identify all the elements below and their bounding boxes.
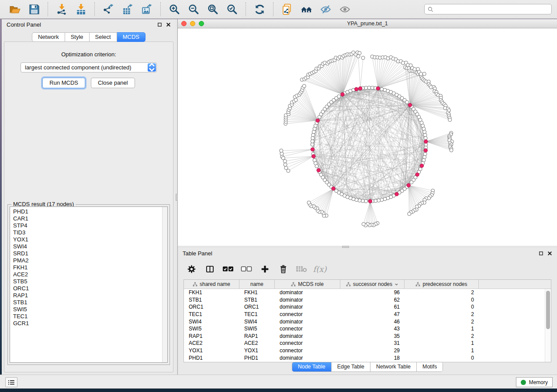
function-builder-button[interactable]: f(x) bbox=[313, 263, 326, 275]
table-cell[interactable]: connector bbox=[275, 340, 340, 346]
zoom-fit-button[interactable] bbox=[206, 3, 219, 16]
fan-node[interactable] bbox=[283, 159, 287, 163]
ring-node[interactable] bbox=[311, 136, 315, 140]
import-table-button[interactable] bbox=[74, 3, 87, 16]
mcds-result-item[interactable]: SWI5 bbox=[13, 306, 159, 313]
ring-node[interactable] bbox=[405, 100, 409, 104]
run-mcds-button[interactable]: Run MCDS bbox=[42, 78, 85, 88]
hub-node[interactable] bbox=[311, 148, 314, 151]
mcds-result-item[interactable]: SRD1 bbox=[13, 250, 159, 257]
hub-node[interactable] bbox=[359, 86, 362, 90]
search-input[interactable] bbox=[436, 6, 548, 12]
save-session-button[interactable] bbox=[28, 3, 41, 16]
ring-node[interactable] bbox=[367, 86, 371, 89]
float-panel-icon[interactable] bbox=[539, 251, 543, 256]
panel-menu-button[interactable] bbox=[5, 377, 17, 387]
fan-node[interactable] bbox=[362, 222, 365, 226]
fan-node[interactable] bbox=[281, 156, 285, 160]
table-cell[interactable]: STB1 bbox=[184, 297, 239, 303]
table-cell[interactable]: 1 bbox=[405, 326, 479, 332]
tab-select[interactable]: Select bbox=[90, 32, 117, 42]
hide-selected-button[interactable] bbox=[319, 3, 332, 16]
criterion-select[interactable]: largest connected component (undirected) bbox=[21, 62, 157, 72]
mcds-result-item[interactable]: TID3 bbox=[13, 229, 159, 236]
mcds-result-item[interactable]: ORC1 bbox=[13, 285, 159, 292]
tab-network-table[interactable]: Network Table bbox=[370, 362, 417, 371]
export-image-button[interactable] bbox=[140, 3, 153, 16]
column-header-predecessor-nodes[interactable]: predecessor nodes bbox=[405, 280, 479, 289]
hub-node[interactable] bbox=[341, 93, 344, 96]
table-cell[interactable]: FKH1 bbox=[184, 289, 239, 296]
fan-node[interactable] bbox=[302, 84, 306, 88]
window-minimize-button[interactable] bbox=[190, 21, 195, 26]
tab-node-table[interactable]: Node Table bbox=[292, 362, 332, 371]
table-cell[interactable]: dominator bbox=[275, 289, 340, 296]
table-cell[interactable]: 96 bbox=[340, 289, 405, 296]
window-maximize-button[interactable] bbox=[199, 21, 204, 26]
table-row[interactable]: FKH1FKH1dominator962 bbox=[184, 289, 551, 296]
fan-node[interactable] bbox=[448, 118, 452, 122]
table-cell[interactable]: 2 bbox=[405, 333, 479, 339]
hub-node[interactable] bbox=[312, 155, 315, 158]
table-cell[interactable]: dominator bbox=[275, 355, 340, 361]
table-row[interactable]: SWI4SWI4dominator462 bbox=[184, 318, 551, 325]
hub-node[interactable] bbox=[408, 103, 412, 107]
close-panel-icon[interactable] bbox=[166, 22, 171, 27]
column-header-name[interactable]: name bbox=[239, 280, 275, 289]
fan-node[interactable] bbox=[419, 72, 423, 76]
table-cell[interactable]: connector bbox=[275, 326, 340, 332]
table-row[interactable]: YOX1YOX1connector291 bbox=[184, 347, 551, 354]
show-all-columns-button[interactable] bbox=[221, 263, 235, 275]
mcds-result-item[interactable]: TEC1 bbox=[13, 313, 159, 320]
table-cell[interactable]: 1 bbox=[405, 340, 479, 346]
delete-table-button[interactable] bbox=[295, 263, 308, 275]
table-cell[interactable]: connector bbox=[275, 311, 340, 317]
mcds-result-item[interactable]: STB1 bbox=[13, 299, 159, 306]
fan-node[interactable] bbox=[422, 72, 426, 76]
mcds-result-item[interactable]: RAP1 bbox=[13, 292, 159, 299]
table-cell[interactable]: TEC1 bbox=[184, 311, 239, 317]
hub-node[interactable] bbox=[415, 173, 419, 176]
ring-node[interactable] bbox=[370, 86, 374, 89]
column-header-shared-name[interactable]: shared name bbox=[184, 280, 239, 289]
split-table-panel-button[interactable] bbox=[203, 263, 216, 275]
fan-node[interactable] bbox=[284, 166, 288, 170]
mcds-result-item[interactable]: PHD1 bbox=[13, 208, 159, 215]
table-cell[interactable]: ACE2 bbox=[184, 340, 239, 346]
add-column-button[interactable] bbox=[258, 263, 271, 275]
hub-node[interactable] bbox=[424, 140, 428, 143]
table-cell[interactable]: PHD1 bbox=[239, 355, 275, 361]
export-table-button[interactable] bbox=[121, 3, 134, 16]
ring-node[interactable] bbox=[364, 199, 368, 203]
table-cell[interactable]: 18 bbox=[340, 355, 405, 361]
hub-node[interactable] bbox=[317, 168, 320, 172]
table-cell[interactable]: 0 bbox=[405, 297, 479, 303]
table-cell[interactable]: RAP1 bbox=[239, 333, 275, 339]
table-cell[interactable]: 2 bbox=[405, 319, 479, 325]
ring-node[interactable] bbox=[410, 181, 413, 184]
table-cell[interactable]: dominator bbox=[275, 304, 340, 310]
fan-node[interactable] bbox=[284, 163, 287, 166]
table-cell[interactable]: 43 bbox=[340, 326, 405, 332]
hub-node[interactable] bbox=[376, 86, 380, 90]
table-cell[interactable]: RAP1 bbox=[184, 333, 239, 339]
ring-node[interactable] bbox=[311, 140, 314, 143]
table-cell[interactable]: 0 bbox=[405, 304, 479, 310]
table-row[interactable]: PHD1PHD1dominator180 bbox=[184, 354, 551, 361]
zoom-in-button[interactable] bbox=[168, 3, 181, 16]
table-cell[interactable]: dominator bbox=[275, 297, 340, 303]
refresh-network-button[interactable] bbox=[253, 3, 266, 16]
table-row[interactable]: STB1STB1dominator620 bbox=[184, 296, 551, 304]
ring-node[interactable] bbox=[423, 133, 427, 137]
ring-node[interactable] bbox=[377, 199, 381, 202]
zoom-selected-button[interactable] bbox=[225, 3, 239, 16]
memory-button[interactable]: Memory bbox=[516, 377, 553, 387]
ring-node[interactable] bbox=[364, 86, 368, 89]
hub-node[interactable] bbox=[407, 183, 410, 187]
hub-node[interactable] bbox=[316, 119, 319, 122]
table-cell[interactable]: YOX1 bbox=[239, 347, 275, 354]
table-cell[interactable]: FKH1 bbox=[239, 289, 275, 296]
table-row[interactable]: TEC1TEC1connector472 bbox=[184, 311, 551, 318]
mcds-result-list[interactable]: PHD1CAR1STP4TID3YOX1SWI4SRD1PMA2FKH1ACE2… bbox=[10, 206, 168, 363]
tab-style[interactable]: Style bbox=[65, 32, 90, 42]
